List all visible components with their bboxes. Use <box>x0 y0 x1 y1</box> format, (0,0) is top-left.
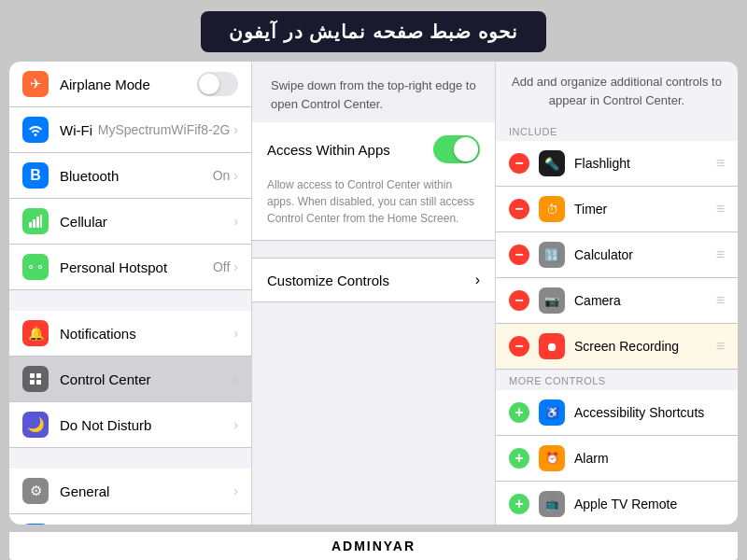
control-item-calculator[interactable]: − 🔢 Calculator ≡ <box>496 232 738 278</box>
control-item-accessibility[interactable]: + ♿ Accessibility Shortcuts <box>496 390 738 436</box>
display-icon: AA <box>22 524 49 525</box>
control-item-alarm[interactable]: + ⏰ Alarm <box>496 436 738 482</box>
wifi-icon <box>22 117 49 143</box>
bluetooth-value: On <box>213 168 231 183</box>
donotdisturb-chevron: › <box>233 417 238 432</box>
main-content: ✈ Airplane Mode Wi-Fi MySpectrumWiFif8-2… <box>9 62 738 525</box>
notifications-icon: 🔔 <box>22 320 49 346</box>
cellular-icon <box>22 208 49 234</box>
settings-item-notifications[interactable]: 🔔 Notifications › <box>9 311 251 357</box>
middle-panel: Swipe down from the top-right edge to op… <box>252 62 495 525</box>
settings-item-hotspot[interactable]: ⚬⚬ Personal Hotspot Off › <box>9 245 251 290</box>
camera-icon: 📷 <box>539 287 565 314</box>
middle-header: Swipe down from the top-right edge to op… <box>252 62 495 122</box>
hotspot-label: Personal Hotspot <box>60 259 213 275</box>
settings-list: ✈ Airplane Mode Wi-Fi MySpectrumWiFif8-2… <box>9 62 252 525</box>
general-label: General <box>60 483 233 499</box>
control-item-appletv[interactable]: + 📺 Apple TV Remote <box>496 482 738 525</box>
control-item-flashlight[interactable]: − 🔦 Flashlight ≡ <box>496 141 738 187</box>
calculator-drag[interactable]: ≡ <box>716 246 725 263</box>
divider-1 <box>9 290 251 311</box>
settings-item-airplane[interactable]: ✈ Airplane Mode <box>9 62 251 107</box>
access-within-toggle[interactable] <box>433 135 480 163</box>
control-item-screenrec[interactable]: − ⏺ Screen Recording ≡ <box>496 324 738 370</box>
alarm-label: Alarm <box>574 451 725 466</box>
bluetooth-label: Bluetooth <box>60 168 213 184</box>
svg-rect-7 <box>36 380 41 385</box>
wifi-label: Wi-Fi <box>60 122 98 138</box>
svg-rect-0 <box>29 222 32 228</box>
airplane-mode-toggle[interactable] <box>197 72 238 96</box>
access-within-apps-row[interactable]: Access Within Apps <box>252 122 495 176</box>
flashlight-label: Flashlight <box>574 156 716 171</box>
footer: ADMINYAR <box>9 532 738 560</box>
footer-text: ADMINYAR <box>331 539 416 553</box>
airplane-mode-label: Airplane Mode <box>60 77 197 92</box>
calculator-icon: 🔢 <box>539 242 565 268</box>
accessibility-icon: ♿ <box>539 399 565 426</box>
add-alarm-btn[interactable]: + <box>509 448 529 469</box>
right-desc-text: Add and organize additional controls to … <box>512 75 722 107</box>
donotdisturb-label: Do Not Disturb <box>60 417 233 433</box>
accessibility-label: Accessibility Shortcuts <box>574 405 725 420</box>
calculator-label: Calculator <box>574 247 716 262</box>
screenrec-label: Screen Recording <box>574 339 716 354</box>
access-within-label: Access Within Apps <box>267 142 433 158</box>
control-center-label: Control Center <box>60 371 233 387</box>
customize-chevron: › <box>475 272 480 288</box>
svg-rect-2 <box>36 217 39 228</box>
add-appletv-btn[interactable]: + <box>509 494 529 514</box>
settings-item-display[interactable]: AA Display & Brightness › <box>9 514 251 525</box>
hotspot-chevron: › <box>233 259 238 274</box>
remove-calculator-btn[interactable]: − <box>509 245 529 265</box>
customize-label: Customize Controls <box>267 273 475 288</box>
notifications-chevron: › <box>233 326 238 341</box>
donotdisturb-icon: 🌙 <box>22 412 49 438</box>
header-text: Swipe down from the top-right edge to op… <box>271 78 476 111</box>
control-item-camera[interactable]: − 📷 Camera ≡ <box>496 278 738 324</box>
svg-rect-3 <box>40 215 42 228</box>
camera-label: Camera <box>574 293 716 308</box>
flashlight-drag[interactable]: ≡ <box>716 155 725 172</box>
wifi-value: MySpectrumWiFif8-2G <box>98 122 231 137</box>
hotspot-value: Off <box>213 259 230 274</box>
access-within-section: Access Within Apps Allow access to Contr… <box>252 122 495 241</box>
bluetooth-icon: B <box>22 162 49 189</box>
appletv-label: Apple TV Remote <box>574 497 725 511</box>
svg-rect-6 <box>30 380 35 385</box>
settings-item-control-center[interactable]: Control Center › <box>9 357 251 402</box>
control-center-chevron: › <box>233 371 238 386</box>
settings-item-cellular[interactable]: Cellular › <box>9 199 251 245</box>
control-item-timer[interactable]: − ⏱ Timer ≡ <box>496 187 738 232</box>
alarm-icon: ⏰ <box>539 445 565 471</box>
customize-controls-row[interactable]: Customize Controls › <box>252 258 495 302</box>
remove-timer-btn[interactable]: − <box>509 199 529 219</box>
remove-flashlight-btn[interactable]: − <box>509 153 529 174</box>
svg-rect-5 <box>36 373 41 378</box>
settings-item-wifi[interactable]: Wi-Fi MySpectrumWiFif8-2G › <box>9 107 251 153</box>
right-header-desc: Add and organize additional controls to … <box>496 62 738 120</box>
cellular-chevron: › <box>233 214 238 229</box>
control-center-icon <box>22 366 49 392</box>
access-within-desc: Allow access to Control Center within ap… <box>252 176 495 241</box>
camera-drag[interactable]: ≡ <box>716 292 725 309</box>
remove-screenrec-btn[interactable]: − <box>509 336 529 357</box>
title-text: نحوه ضبط صفحه نمایش در آیفون <box>229 21 518 42</box>
timer-icon: ⏱ <box>539 196 565 222</box>
remove-camera-btn[interactable]: − <box>509 290 529 311</box>
settings-item-bluetooth[interactable]: B Bluetooth On › <box>9 153 251 199</box>
general-icon: ⚙ <box>22 478 49 504</box>
divider-2 <box>9 448 251 469</box>
general-chevron: › <box>233 483 238 498</box>
settings-item-donotdisturb[interactable]: 🌙 Do Not Disturb › <box>9 402 251 448</box>
screenrec-drag[interactable]: ≡ <box>716 338 725 355</box>
right-panel: Add and organize additional controls to … <box>495 62 738 525</box>
bluetooth-chevron: › <box>233 168 238 183</box>
add-accessibility-btn[interactable]: + <box>509 402 529 423</box>
flashlight-icon: 🔦 <box>539 150 565 176</box>
settings-item-general[interactable]: ⚙ General › <box>9 469 251 514</box>
notifications-label: Notifications <box>60 326 233 342</box>
hotspot-icon: ⚬⚬ <box>22 254 49 280</box>
timer-drag[interactable]: ≡ <box>716 201 725 217</box>
timer-label: Timer <box>574 202 716 217</box>
